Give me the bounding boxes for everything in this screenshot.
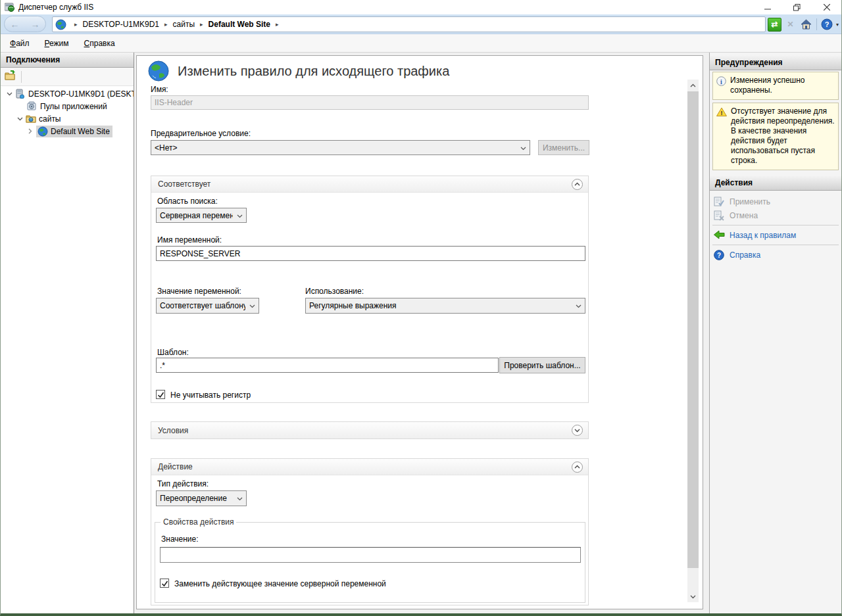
chevron-down-icon — [249, 301, 255, 310]
expand-section-icon[interactable] — [572, 425, 583, 436]
action-value-label: Значение: — [161, 534, 199, 544]
breadcrumb-arrow-icon: ▸ — [164, 21, 168, 28]
apply-action: Применить — [710, 195, 841, 208]
connections-header: Подключения — [1, 53, 134, 68]
variable-name-input[interactable]: RESPONSE_SERVER — [156, 246, 585, 261]
expand-collapse-icon[interactable] — [6, 91, 12, 97]
action-type-value: Переопределение — [160, 494, 227, 503]
pattern-input[interactable]: .* — [156, 358, 499, 373]
tree-item-label: Default Web Site — [51, 127, 110, 136]
breadcrumb-arrow-icon: ▸ — [200, 21, 203, 28]
scrollbar-thumb[interactable] — [687, 91, 699, 568]
back-to-rules-label[interactable]: Назад к правилам — [730, 231, 796, 240]
cancel-icon — [714, 210, 724, 221]
expand-collapse-icon[interactable] — [27, 128, 34, 135]
name-label: Имя: — [151, 85, 168, 94]
menu-file[interactable]: Файл — [4, 36, 36, 51]
action-section-title: Действие — [158, 462, 193, 471]
edit-precondition-button: Изменить... — [538, 140, 589, 155]
variable-value-label: Значение переменной: — [157, 287, 241, 296]
scope-value: Серверная переменн — [160, 211, 233, 220]
iis-manager-window: Диспетчер служб IIS ← → ▸ DESKTOP-U1MK9D… — [0, 0, 842, 616]
app-pools-icon — [27, 101, 37, 112]
cancel-action: Отмена — [710, 208, 841, 222]
svg-text:!: ! — [721, 110, 723, 116]
menu-view[interactable]: Режим — [39, 36, 75, 51]
page-globe-icon — [147, 60, 170, 82]
tree-item-default-web-site[interactable]: Default Web Site — [27, 125, 112, 137]
help-action[interactable]: ? Справка — [710, 248, 841, 262]
action-value-input[interactable] — [160, 547, 581, 563]
title-bar: Диспетчер служб IIS — [1, 0, 841, 14]
ignore-case-label[interactable]: Не учитывать регистр — [170, 391, 251, 400]
stop-icon: ✕ — [783, 18, 797, 32]
back-to-rules-action[interactable]: Назад к правилам — [710, 228, 841, 242]
help-icon[interactable]: ? — [820, 18, 834, 32]
nav-buttons: ← → — [4, 16, 46, 32]
right-panel: Предупреждения i Изменения успешно сохра… — [709, 53, 841, 613]
selected-tree-item: Default Web Site — [36, 126, 112, 137]
refresh-icon[interactable]: ⇄ — [768, 18, 781, 32]
breadcrumb-segment-sites[interactable]: сайты — [173, 20, 195, 29]
close-button[interactable] — [812, 0, 841, 14]
match-section-title: Соответствует — [158, 179, 210, 189]
back-icon[interactable]: ← — [11, 19, 20, 30]
using-select[interactable]: Регулярные выражения — [305, 298, 585, 314]
edit-outbound-rule-page: Изменить правило для исходящего трафика … — [136, 55, 703, 609]
menu-bar: Файл Режим Справка — [1, 34, 841, 53]
breadcrumb-segment-server[interactable]: DESKTOP-U1MK9D1 — [83, 20, 159, 29]
minimize-button[interactable] — [753, 0, 782, 14]
restore-button[interactable] — [782, 0, 812, 14]
action-type-label: Тип действия: — [157, 479, 209, 488]
sites-folder-icon — [26, 114, 36, 124]
address-bar: ← → ▸ DESKTOP-U1MK9D1 ▸ сайты ▸ Default … — [1, 14, 841, 34]
vertical-scrollbar[interactable] — [687, 80, 699, 602]
collapse-section-icon[interactable] — [572, 462, 583, 473]
ignore-case-checkbox[interactable] — [156, 390, 165, 399]
apply-icon — [714, 197, 724, 207]
name-field: IIS-Header — [151, 95, 589, 110]
tree-item-server[interactable]: DESKTOP-U1MK9D1 (DESKTOP — [6, 87, 134, 100]
toolbar-separator — [21, 71, 22, 83]
breadcrumb-segment-default-web-site[interactable]: Default Web Site — [209, 20, 270, 29]
toolbar-divider — [816, 18, 817, 30]
alerts-header: Предупреждения — [710, 55, 841, 70]
globe-icon — [37, 126, 48, 137]
actions-header: Действия — [710, 176, 841, 191]
scroll-down-icon[interactable] — [687, 591, 699, 602]
window-title: Диспетчер служб IIS — [18, 3, 93, 12]
back-arrow-icon — [714, 230, 724, 241]
scroll-up-icon[interactable] — [687, 80, 699, 91]
variable-value-value: Соответствует шаблону — [160, 301, 245, 310]
using-value: Регулярные выражения — [309, 301, 397, 310]
main-area: Изменить правило для исходящего трафика … — [135, 53, 708, 613]
help-dropdown-caret-icon[interactable]: ▾ — [836, 22, 839, 28]
replace-value-checkbox[interactable] — [160, 579, 169, 588]
svg-text:?: ? — [717, 252, 721, 259]
precondition-select[interactable]: <Нет> — [151, 140, 530, 155]
scope-select[interactable]: Серверная переменн — [156, 208, 247, 223]
home-icon[interactable] — [799, 18, 813, 32]
forward-icon[interactable]: → — [31, 19, 40, 30]
variable-value-select[interactable]: Соответствует шаблону — [156, 298, 259, 314]
tree-item-app-pools[interactable]: Пулы приложений — [27, 100, 107, 112]
expand-collapse-icon[interactable] — [16, 116, 23, 122]
menu-help[interactable]: Справка — [78, 36, 121, 51]
server-icon — [15, 89, 26, 99]
breadcrumb[interactable]: ▸ DESKTOP-U1MK9D1 ▸ сайты ▸ Default Web … — [52, 16, 766, 32]
connections-toolbar — [1, 68, 134, 86]
connections-tree: DESKTOP-U1MK9D1 (DESKTOP Пулы приложений… — [1, 87, 134, 613]
breadcrumb-arrow-icon: ▸ — [276, 21, 279, 28]
tree-item-sites[interactable]: сайты — [16, 112, 61, 125]
svg-text:?: ? — [825, 20, 830, 28]
test-pattern-button[interactable]: Проверить шаблон... — [499, 357, 585, 373]
help-label[interactable]: Справка — [730, 250, 760, 260]
alert-warning: ! Отсутствует значение для действия пере… — [712, 103, 839, 170]
action-type-select[interactable]: Переопределение — [156, 490, 247, 506]
app-icon — [5, 3, 15, 12]
save-connection-icon[interactable] — [5, 70, 16, 83]
variable-name-label: Имя переменной: — [157, 235, 222, 245]
chevron-down-icon — [520, 143, 526, 153]
collapse-section-icon[interactable] — [572, 179, 583, 190]
replace-value-label[interactable]: Заменить действующее значение серверной … — [174, 579, 386, 588]
